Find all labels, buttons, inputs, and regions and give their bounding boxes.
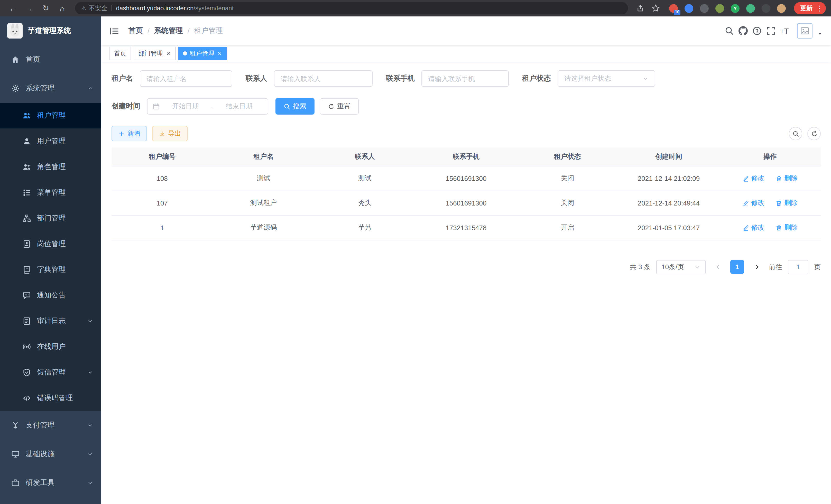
sidebar-item[interactable]: 在线用户: [0, 334, 101, 360]
sidebar-item[interactable]: 用户管理: [0, 128, 101, 154]
sidebar-item-label: 审计日志: [37, 317, 66, 326]
logo-rabbit-icon: [7, 23, 23, 38]
add-button[interactable]: 新增: [112, 126, 147, 141]
tab[interactable]: 部门管理: [134, 47, 176, 60]
chevron-icon: [87, 369, 93, 375]
plus-icon: [118, 130, 125, 137]
create-time-range-picker[interactable]: 开始日期 - 结束日期: [147, 98, 268, 115]
help-icon[interactable]: [752, 26, 762, 35]
sidebar-item[interactable]: 菜单管理: [0, 180, 101, 206]
sidebar-item[interactable]: 通知公告: [0, 283, 101, 308]
contact-input[interactable]: [274, 70, 373, 87]
tab-close-icon[interactable]: [166, 51, 171, 56]
sidebar-item[interactable]: 研发工具: [0, 469, 101, 497]
browser-menu-icon[interactable]: ⋮: [815, 4, 824, 12]
breadcrumb-link[interactable]: 系统管理: [154, 26, 183, 35]
tenant-status-select[interactable]: 请选择租户状态: [557, 70, 655, 87]
export-button[interactable]: 导出: [152, 126, 188, 141]
calendar-icon: [153, 103, 160, 110]
user-avatar[interactable]: [797, 23, 812, 38]
tab-label: 部门管理: [138, 49, 163, 58]
page-size-select[interactable]: 10条/页: [656, 260, 706, 274]
sidebar-item[interactable]: 支付管理: [0, 411, 101, 440]
breadcrumb-link[interactable]: 租户管理: [194, 26, 223, 35]
edit-link[interactable]: 修改: [742, 174, 765, 183]
extension-icon[interactable]: 10: [669, 4, 678, 12]
menu-item-icon: [23, 240, 31, 248]
back-icon[interactable]: ←: [5, 1, 21, 16]
sidebar-item[interactable]: 角色管理: [0, 154, 101, 180]
security-warning-icon: ⚠: [81, 5, 86, 11]
current-page[interactable]: 1: [730, 260, 744, 274]
app-title: 芋道管理系统: [28, 26, 71, 35]
sidebar-item[interactable]: 错误码管理: [0, 385, 101, 411]
filter-row-1: 租户名 联系人 联系手机 租户状态 请选择租户状态: [112, 70, 821, 87]
cell-contact: 测试: [314, 166, 416, 190]
home-icon[interactable]: ⌂: [55, 1, 70, 16]
extension-icon[interactable]: Y: [731, 4, 740, 12]
font-size-icon[interactable]: TT: [780, 26, 790, 35]
edit-link[interactable]: 修改: [742, 198, 765, 208]
column-header: 租户状态: [517, 147, 618, 166]
sidebar-item[interactable]: 基础设施: [0, 440, 101, 469]
cell-created: 2021-01-05 17:03:47: [618, 215, 719, 240]
breadcrumb-item: 首页 /: [128, 26, 154, 35]
extension-icon[interactable]: [715, 4, 724, 12]
delete-link[interactable]: 删除: [775, 174, 798, 183]
tenant-status-label: 租户状态: [522, 74, 551, 83]
security-label[interactable]: 不安全: [89, 4, 107, 12]
url-text: dashboard.yudao.iocoder.cn/system/tenant: [116, 5, 234, 12]
sidebar-item[interactable]: 短信管理: [0, 360, 101, 385]
menu-item-icon: [23, 317, 31, 325]
bookmark-star-icon[interactable]: [649, 1, 663, 16]
extension-icon[interactable]: [746, 4, 755, 12]
prev-page-button[interactable]: [711, 260, 725, 274]
goto-page-input[interactable]: [788, 260, 808, 274]
app-logo[interactable]: 芋道管理系统: [0, 17, 101, 45]
menu-item-icon: [11, 479, 20, 487]
extension-icon[interactable]: [762, 4, 770, 12]
sidebar-item[interactable]: 系统管理: [0, 74, 101, 103]
edit-link[interactable]: 修改: [742, 223, 765, 232]
sidebar-item[interactable]: 字典管理: [0, 257, 101, 283]
extension-icon[interactable]: [700, 4, 709, 12]
reload-icon[interactable]: ↻: [38, 1, 53, 16]
browser-chrome: ← → ↻ ⌂ ⚠ 不安全 dashboard.yudao.iocoder.cn…: [0, 0, 831, 17]
sidebar-item[interactable]: 租户管理: [0, 103, 101, 128]
search-icon[interactable]: [725, 26, 734, 35]
delete-link[interactable]: 删除: [775, 198, 798, 208]
extension-icon[interactable]: [777, 4, 786, 12]
contact-phone-input[interactable]: [422, 70, 509, 87]
cell-status: 关闭: [517, 166, 618, 190]
search-button[interactable]: 搜索: [276, 98, 315, 115]
menu-item-icon: [23, 343, 31, 351]
tab-close-icon[interactable]: [217, 51, 223, 56]
forward-icon[interactable]: →: [22, 1, 37, 16]
tab[interactable]: 租户管理: [178, 47, 227, 60]
next-page-button[interactable]: [750, 260, 763, 274]
github-icon[interactable]: [739, 26, 748, 35]
tab[interactable]: 首页: [110, 47, 131, 60]
user-menu-caret-icon[interactable]: [817, 31, 823, 36]
breadcrumb-link[interactable]: 首页: [128, 26, 143, 35]
sidebar-item[interactable]: 首页: [0, 45, 101, 74]
svg-text:T: T: [780, 29, 783, 34]
sidebar-item[interactable]: 岗位管理: [0, 231, 101, 257]
refresh-table-button[interactable]: [807, 127, 821, 140]
column-header: 操作: [719, 147, 821, 166]
menu-item-icon: [23, 291, 31, 299]
sidebar-item[interactable]: 部门管理: [0, 206, 101, 231]
main-area: 首页 / 系统管理 / 租户管理 /: [101, 17, 831, 504]
tab-label: 租户管理: [190, 49, 214, 58]
reset-button[interactable]: 重置: [320, 98, 359, 115]
fullscreen-icon[interactable]: [766, 26, 775, 35]
toggle-search-button[interactable]: [789, 127, 802, 140]
share-icon[interactable]: [633, 1, 648, 16]
sidebar-toggle-icon[interactable]: [110, 26, 119, 36]
chrome-update-button[interactable]: 更新 ⋮: [794, 2, 826, 14]
delete-link[interactable]: 删除: [775, 223, 798, 232]
address-bar[interactable]: ⚠ 不安全 dashboard.yudao.iocoder.cn/system/…: [75, 2, 628, 14]
extension-icon[interactable]: [685, 4, 693, 12]
tenant-name-input[interactable]: [140, 70, 232, 87]
sidebar-item[interactable]: 审计日志: [0, 308, 101, 334]
